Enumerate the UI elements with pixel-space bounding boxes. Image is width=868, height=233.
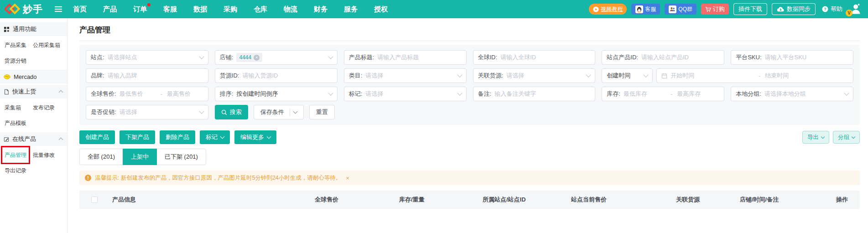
- date-range-picker[interactable]: 开始时间 - 结束时间: [656, 68, 853, 83]
- plugin-download-button[interactable]: 插件下载: [733, 3, 767, 15]
- site-select[interactable]: 站点: 请选择站点: [86, 50, 208, 65]
- main-menu: 首页 产品 订单 客服 数据 采购 仓库 物流 财务 服务 授权: [73, 5, 388, 14]
- column-global-price: 全球售价: [315, 196, 399, 204]
- tab-all[interactable]: 全部 (201): [79, 149, 123, 165]
- sidebar-item-source-distribution[interactable]: 货源分销: [5, 53, 33, 68]
- app-logo[interactable]: 妙手: [5, 3, 43, 16]
- nav-item-product[interactable]: 产品: [103, 5, 117, 14]
- logo-diamonds-icon: [5, 3, 20, 15]
- mark-dropdown-button[interactable]: 标记: [200, 130, 230, 144]
- sidebar-section-general[interactable]: 通用功能: [0, 22, 67, 36]
- sidebar-item-product-collect[interactable]: 产品采集: [5, 37, 33, 53]
- chevron-down-icon: [586, 72, 591, 77]
- search-button[interactable]: 搜索: [215, 105, 248, 119]
- column-related-source: 关联货源: [676, 196, 740, 204]
- nav-item-home[interactable]: 首页: [73, 5, 87, 14]
- column-shop-time-remark: 店铺/时间/备注: [740, 196, 834, 204]
- create-product-button[interactable]: 创建产品: [79, 130, 115, 144]
- sidebar-item-collect-box[interactable]: 采集箱: [5, 100, 33, 115]
- sort-select[interactable]: 排序: 按创建时间倒序: [215, 87, 338, 101]
- site-product-id-input[interactable]: 站点产品ID: 请输入站点产品ID: [602, 50, 724, 65]
- sidebar-item-public-collect-box[interactable]: 公用采集箱: [33, 37, 67, 53]
- edit-more-dropdown-button[interactable]: 编辑更多: [234, 130, 276, 144]
- tab-on-shelf[interactable]: 上架中: [123, 149, 157, 165]
- platform-sku-input[interactable]: 平台SKU: 请输入平台SKU: [731, 50, 853, 65]
- related-source-select[interactable]: 关联货源: 请选择: [473, 68, 596, 83]
- nav-item-service[interactable]: 服务: [344, 5, 358, 14]
- sidebar-item-product-manage[interactable]: 产品管理: [5, 147, 33, 163]
- group-dropdown-button[interactable]: 分组: [833, 131, 860, 144]
- shop-tag: 4444 ×: [236, 53, 262, 62]
- play-icon: [593, 6, 599, 12]
- tab-off-shelf[interactable]: 已下架 (201): [156, 149, 206, 165]
- global-id-input[interactable]: 全球ID: 请输入全球ID: [473, 50, 596, 65]
- subscribe-button[interactable]: 订购: [701, 4, 729, 15]
- column-stock-weight: 库存/重量: [399, 196, 483, 204]
- grid-icon: [4, 26, 10, 32]
- chevron-down-icon: [220, 135, 225, 139]
- tag-close-icon[interactable]: ×: [254, 55, 260, 61]
- vip-badge: V: [846, 10, 852, 16]
- help-button[interactable]: ? 帮助: [822, 5, 842, 13]
- brand-input[interactable]: 品牌: 请输入品牌: [86, 68, 208, 83]
- sidebar-section-mercado[interactable]: Mercado: [0, 70, 67, 83]
- video-tutorial-button[interactable]: 视频教程: [589, 4, 627, 15]
- export-dropdown-button[interactable]: 导出: [802, 131, 829, 144]
- chevron-down-icon: [267, 135, 271, 139]
- data-sync-button[interactable]: 数据同步: [772, 3, 816, 15]
- stock-range-input[interactable]: 库存: 最低库存 - 最高库存: [602, 87, 724, 101]
- source-id-input[interactable]: 货源ID: 请输入货源ID: [215, 68, 338, 83]
- nav-item-warehouse[interactable]: 仓库: [254, 5, 267, 14]
- user-avatar[interactable]: V: [849, 3, 862, 16]
- column-site-id: 所属站点/站点ID: [483, 196, 571, 204]
- chevron-down-icon: [844, 90, 849, 95]
- delete-product-button[interactable]: 删除产品: [160, 130, 195, 144]
- chevron-down-icon: [457, 72, 462, 77]
- collapse-chevron-icon: [59, 138, 63, 142]
- qq-customer-service-button[interactable]: 客服: [631, 4, 660, 15]
- save-condition-button[interactable]: 保存条件: [254, 105, 304, 119]
- delist-product-button[interactable]: 下架产品: [120, 130, 155, 144]
- nav-item-logistics[interactable]: 物流: [284, 5, 297, 14]
- qq-group-button[interactable]: QQ群: [665, 4, 696, 15]
- product-title-input[interactable]: 产品标题: 请输入产品标题: [344, 50, 467, 65]
- sidebar-item-export-record[interactable]: 导出记录: [5, 163, 33, 178]
- hamburger-menu-icon[interactable]: [55, 6, 62, 12]
- nav-item-authorize[interactable]: 授权: [374, 5, 388, 14]
- select-all-checkbox[interactable]: [91, 197, 98, 203]
- local-group-select[interactable]: 本地分组: 请选择本地分组: [731, 87, 853, 101]
- sidebar-section-online-product[interactable]: 在线产品: [0, 132, 67, 146]
- nav-item-data[interactable]: 数据: [193, 5, 207, 14]
- nav-item-finance[interactable]: 财务: [314, 5, 327, 14]
- sidebar-item-product-template[interactable]: 产品模板: [5, 115, 33, 131]
- create-time-type-select[interactable]: 创建时间: [602, 68, 653, 83]
- mark-select[interactable]: 标记: 请选择: [344, 87, 467, 101]
- remark-input[interactable]: 备注: 输入备注关键字: [473, 87, 596, 101]
- notice-text: 温馨提示: 新创建发布的产品，因官方接口原因，产品图片延时5分钟到24小时生成，…: [95, 174, 341, 182]
- nav-item-order[interactable]: 订单: [133, 5, 147, 14]
- notice-close-icon[interactable]: ×: [346, 175, 349, 181]
- promotion-select[interactable]: 是否促销: 请选择: [86, 105, 208, 119]
- sidebar-section-quick-listing[interactable]: 快速上货: [0, 85, 67, 98]
- global-price-range-input[interactable]: 全球售价: 最低售价 - 最高售价: [86, 87, 208, 101]
- column-operation: 操作: [834, 196, 860, 204]
- svg-text:?: ?: [824, 7, 826, 11]
- search-icon: [221, 109, 227, 115]
- chevron-down-icon: [644, 72, 649, 77]
- mercado-icon: [4, 74, 10, 79]
- chevron-down-icon: [199, 109, 204, 114]
- qq-group-icon: [669, 5, 676, 13]
- chevron-down-icon: [293, 109, 297, 114]
- nav-item-purchase[interactable]: 采购: [223, 5, 237, 14]
- column-product-info: 产品信息: [112, 196, 315, 204]
- category-select[interactable]: 类目: 请选择: [344, 68, 467, 83]
- sidebar-item-batch-edit[interactable]: 批量修改: [33, 147, 67, 163]
- question-icon: ?: [822, 6, 828, 12]
- column-site-price: 站点当前售价: [571, 196, 676, 204]
- sidebar-item-publish-record[interactable]: 发布记录: [33, 100, 67, 115]
- shop-select[interactable]: 店铺: 4444 ×: [215, 50, 338, 65]
- reset-button[interactable]: 重置: [309, 105, 335, 119]
- calendar-icon: [661, 73, 667, 79]
- nav-item-customer-service[interactable]: 客服: [163, 5, 177, 14]
- edit-icon: [4, 136, 9, 142]
